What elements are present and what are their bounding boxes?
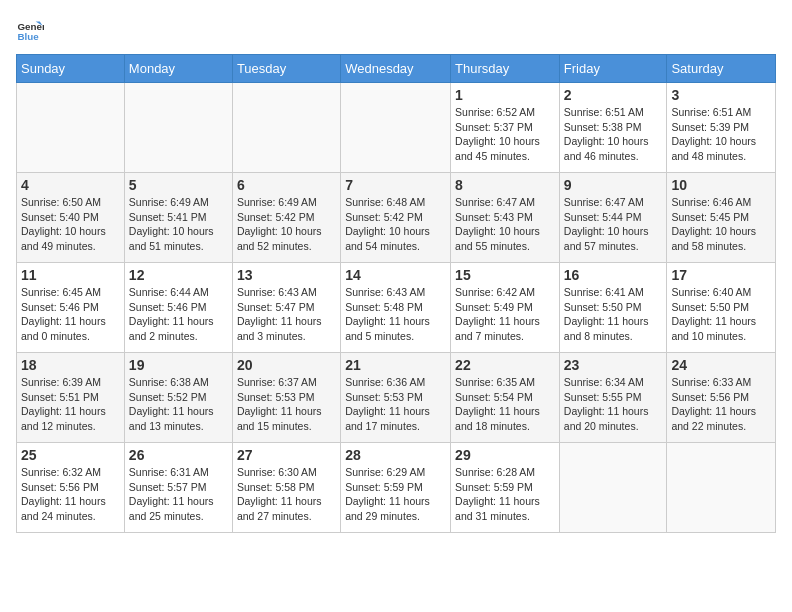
calendar-cell: 20Sunrise: 6:37 AM Sunset: 5:53 PM Dayli…: [232, 353, 340, 443]
day-number: 23: [564, 357, 663, 373]
day-info: Sunrise: 6:36 AM Sunset: 5:53 PM Dayligh…: [345, 375, 446, 434]
day-info: Sunrise: 6:32 AM Sunset: 5:56 PM Dayligh…: [21, 465, 120, 524]
calendar-cell: 17Sunrise: 6:40 AM Sunset: 5:50 PM Dayli…: [667, 263, 776, 353]
day-info: Sunrise: 6:43 AM Sunset: 5:48 PM Dayligh…: [345, 285, 446, 344]
day-info: Sunrise: 6:47 AM Sunset: 5:44 PM Dayligh…: [564, 195, 663, 254]
calendar-cell: 12Sunrise: 6:44 AM Sunset: 5:46 PM Dayli…: [124, 263, 232, 353]
day-info: Sunrise: 6:51 AM Sunset: 5:39 PM Dayligh…: [671, 105, 771, 164]
calendar-cell: 8Sunrise: 6:47 AM Sunset: 5:43 PM Daylig…: [451, 173, 560, 263]
day-info: Sunrise: 6:45 AM Sunset: 5:46 PM Dayligh…: [21, 285, 120, 344]
day-info: Sunrise: 6:30 AM Sunset: 5:58 PM Dayligh…: [237, 465, 336, 524]
header-cell-thursday: Thursday: [451, 55, 560, 83]
day-number: 20: [237, 357, 336, 373]
day-number: 18: [21, 357, 120, 373]
day-number: 1: [455, 87, 555, 103]
calendar-cell: 14Sunrise: 6:43 AM Sunset: 5:48 PM Dayli…: [341, 263, 451, 353]
day-info: Sunrise: 6:38 AM Sunset: 5:52 PM Dayligh…: [129, 375, 228, 434]
day-number: 17: [671, 267, 771, 283]
day-info: Sunrise: 6:31 AM Sunset: 5:57 PM Dayligh…: [129, 465, 228, 524]
calendar-cell: 29Sunrise: 6:28 AM Sunset: 5:59 PM Dayli…: [451, 443, 560, 533]
header-cell-saturday: Saturday: [667, 55, 776, 83]
calendar-cell: 2Sunrise: 6:51 AM Sunset: 5:38 PM Daylig…: [559, 83, 667, 173]
calendar-cell: [341, 83, 451, 173]
calendar-cell: 26Sunrise: 6:31 AM Sunset: 5:57 PM Dayli…: [124, 443, 232, 533]
calendar-cell: [232, 83, 340, 173]
calendar-cell: 18Sunrise: 6:39 AM Sunset: 5:51 PM Dayli…: [17, 353, 125, 443]
calendar-header: SundayMondayTuesdayWednesdayThursdayFrid…: [17, 55, 776, 83]
day-number: 19: [129, 357, 228, 373]
day-info: Sunrise: 6:51 AM Sunset: 5:38 PM Dayligh…: [564, 105, 663, 164]
day-info: Sunrise: 6:46 AM Sunset: 5:45 PM Dayligh…: [671, 195, 771, 254]
calendar-table: SundayMondayTuesdayWednesdayThursdayFrid…: [16, 54, 776, 533]
header-cell-wednesday: Wednesday: [341, 55, 451, 83]
header-cell-tuesday: Tuesday: [232, 55, 340, 83]
calendar-week-3: 18Sunrise: 6:39 AM Sunset: 5:51 PM Dayli…: [17, 353, 776, 443]
calendar-week-2: 11Sunrise: 6:45 AM Sunset: 5:46 PM Dayli…: [17, 263, 776, 353]
calendar-cell: [124, 83, 232, 173]
day-number: 4: [21, 177, 120, 193]
calendar-week-4: 25Sunrise: 6:32 AM Sunset: 5:56 PM Dayli…: [17, 443, 776, 533]
day-number: 27: [237, 447, 336, 463]
day-info: Sunrise: 6:49 AM Sunset: 5:42 PM Dayligh…: [237, 195, 336, 254]
calendar-cell: [17, 83, 125, 173]
day-info: Sunrise: 6:40 AM Sunset: 5:50 PM Dayligh…: [671, 285, 771, 344]
calendar-body: 1Sunrise: 6:52 AM Sunset: 5:37 PM Daylig…: [17, 83, 776, 533]
calendar-cell: 28Sunrise: 6:29 AM Sunset: 5:59 PM Dayli…: [341, 443, 451, 533]
calendar-cell: 3Sunrise: 6:51 AM Sunset: 5:39 PM Daylig…: [667, 83, 776, 173]
day-info: Sunrise: 6:42 AM Sunset: 5:49 PM Dayligh…: [455, 285, 555, 344]
day-info: Sunrise: 6:43 AM Sunset: 5:47 PM Dayligh…: [237, 285, 336, 344]
day-info: Sunrise: 6:34 AM Sunset: 5:55 PM Dayligh…: [564, 375, 663, 434]
logo-icon: General Blue: [16, 16, 44, 44]
calendar-cell: 9Sunrise: 6:47 AM Sunset: 5:44 PM Daylig…: [559, 173, 667, 263]
day-number: 26: [129, 447, 228, 463]
calendar-cell: [667, 443, 776, 533]
calendar-cell: 1Sunrise: 6:52 AM Sunset: 5:37 PM Daylig…: [451, 83, 560, 173]
day-info: Sunrise: 6:35 AM Sunset: 5:54 PM Dayligh…: [455, 375, 555, 434]
day-number: 10: [671, 177, 771, 193]
day-info: Sunrise: 6:49 AM Sunset: 5:41 PM Dayligh…: [129, 195, 228, 254]
day-number: 7: [345, 177, 446, 193]
calendar-week-1: 4Sunrise: 6:50 AM Sunset: 5:40 PM Daylig…: [17, 173, 776, 263]
calendar-cell: 25Sunrise: 6:32 AM Sunset: 5:56 PM Dayli…: [17, 443, 125, 533]
header-row: SundayMondayTuesdayWednesdayThursdayFrid…: [17, 55, 776, 83]
calendar-cell: 21Sunrise: 6:36 AM Sunset: 5:53 PM Dayli…: [341, 353, 451, 443]
svg-text:Blue: Blue: [17, 31, 39, 42]
day-number: 22: [455, 357, 555, 373]
day-info: Sunrise: 6:28 AM Sunset: 5:59 PM Dayligh…: [455, 465, 555, 524]
calendar-cell: 16Sunrise: 6:41 AM Sunset: 5:50 PM Dayli…: [559, 263, 667, 353]
calendar-cell: 7Sunrise: 6:48 AM Sunset: 5:42 PM Daylig…: [341, 173, 451, 263]
day-info: Sunrise: 6:48 AM Sunset: 5:42 PM Dayligh…: [345, 195, 446, 254]
day-number: 16: [564, 267, 663, 283]
calendar-cell: [559, 443, 667, 533]
day-info: Sunrise: 6:37 AM Sunset: 5:53 PM Dayligh…: [237, 375, 336, 434]
day-number: 24: [671, 357, 771, 373]
day-number: 15: [455, 267, 555, 283]
day-info: Sunrise: 6:44 AM Sunset: 5:46 PM Dayligh…: [129, 285, 228, 344]
day-number: 8: [455, 177, 555, 193]
day-number: 11: [21, 267, 120, 283]
day-number: 21: [345, 357, 446, 373]
calendar-cell: 4Sunrise: 6:50 AM Sunset: 5:40 PM Daylig…: [17, 173, 125, 263]
calendar-cell: 23Sunrise: 6:34 AM Sunset: 5:55 PM Dayli…: [559, 353, 667, 443]
calendar-week-0: 1Sunrise: 6:52 AM Sunset: 5:37 PM Daylig…: [17, 83, 776, 173]
calendar-cell: 24Sunrise: 6:33 AM Sunset: 5:56 PM Dayli…: [667, 353, 776, 443]
day-info: Sunrise: 6:52 AM Sunset: 5:37 PM Dayligh…: [455, 105, 555, 164]
day-number: 12: [129, 267, 228, 283]
calendar-cell: 13Sunrise: 6:43 AM Sunset: 5:47 PM Dayli…: [232, 263, 340, 353]
day-number: 9: [564, 177, 663, 193]
header-cell-friday: Friday: [559, 55, 667, 83]
calendar-cell: 22Sunrise: 6:35 AM Sunset: 5:54 PM Dayli…: [451, 353, 560, 443]
day-info: Sunrise: 6:47 AM Sunset: 5:43 PM Dayligh…: [455, 195, 555, 254]
day-info: Sunrise: 6:50 AM Sunset: 5:40 PM Dayligh…: [21, 195, 120, 254]
day-number: 3: [671, 87, 771, 103]
day-number: 5: [129, 177, 228, 193]
day-info: Sunrise: 6:29 AM Sunset: 5:59 PM Dayligh…: [345, 465, 446, 524]
day-number: 13: [237, 267, 336, 283]
logo: General Blue: [16, 16, 48, 44]
calendar-cell: 10Sunrise: 6:46 AM Sunset: 5:45 PM Dayli…: [667, 173, 776, 263]
day-number: 6: [237, 177, 336, 193]
day-info: Sunrise: 6:41 AM Sunset: 5:50 PM Dayligh…: [564, 285, 663, 344]
calendar-cell: 15Sunrise: 6:42 AM Sunset: 5:49 PM Dayli…: [451, 263, 560, 353]
day-number: 29: [455, 447, 555, 463]
calendar-cell: 5Sunrise: 6:49 AM Sunset: 5:41 PM Daylig…: [124, 173, 232, 263]
